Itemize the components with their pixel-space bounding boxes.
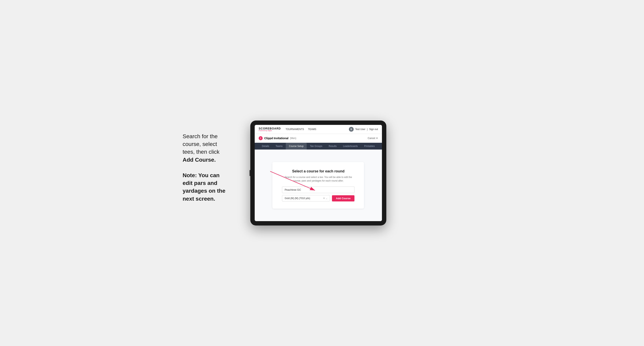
tab-course-setup[interactable]: Course Setup: [286, 143, 307, 150]
tab-teams[interactable]: Teams: [272, 143, 286, 150]
annotation-note2: edit pars and: [182, 179, 238, 187]
page-wrapper: Search for the course, select tees, then…: [182, 121, 462, 225]
course-search-input[interactable]: [282, 186, 354, 193]
tournament-subtitle: (Men): [290, 137, 296, 140]
sign-out-link[interactable]: Sign out: [369, 128, 378, 131]
tab-bar: Details Teams Course Setup Tee Groups Re…: [255, 143, 382, 150]
navbar-right: B Test User | Sign out: [349, 127, 378, 132]
content-area: Select a course for each round Search fo…: [255, 150, 382, 221]
annotation-line1: Search for the: [182, 133, 238, 140]
tab-results[interactable]: Results: [326, 143, 340, 150]
nav-tournaments[interactable]: TOURNAMENTS: [286, 128, 304, 131]
annotation-line3: tees, then click: [182, 148, 238, 156]
tab-tee-groups[interactable]: Tee Groups: [307, 143, 326, 150]
annotation-text: Search for the course, select tees, then…: [182, 121, 238, 203]
navbar-left: SCOREBOARD Powered by clippd TOURNAMENTS…: [259, 127, 316, 132]
annotation-note4: next screen.: [182, 195, 238, 203]
course-select-panel: Select a course for each round Search fo…: [272, 162, 364, 209]
user-name: Test User: [355, 128, 366, 131]
tab-printables[interactable]: Printables: [361, 143, 378, 150]
panel-description: Search for a course and select a tee. Yo…: [282, 175, 354, 182]
tee-select-row: Gold (M) (M) (7010 yds) ✕ ⌄ Add Course: [282, 195, 354, 201]
add-course-button[interactable]: Add Course: [332, 195, 355, 201]
tablet-screen: SCOREBOARD Powered by clippd TOURNAMENTS…: [255, 125, 382, 221]
panel-title: Select a course for each round: [282, 169, 354, 173]
tab-leaderboards[interactable]: Leaderboards: [340, 143, 361, 150]
tournament-header: C Clippd Invitational (Men) Cancel ✕: [255, 134, 382, 143]
tournament-name: Clippd Invitational: [264, 137, 288, 140]
user-separator: |: [367, 128, 368, 131]
tournament-icon: C: [259, 136, 263, 140]
tab-details[interactable]: Details: [259, 143, 272, 150]
tournament-title-area: C Clippd Invitational (Men): [259, 136, 296, 140]
annotation-cta: Add Course.: [182, 156, 238, 164]
logo-title: SCOREBOARD: [259, 127, 281, 130]
tablet-device: SCOREBOARD Powered by clippd TOURNAMENTS…: [250, 121, 386, 225]
chevron-down-icon[interactable]: ⌄: [326, 197, 328, 199]
logo-area: SCOREBOARD Powered by clippd: [259, 127, 281, 132]
power-button: [250, 170, 250, 176]
annotation-line2: course, select: [182, 140, 238, 148]
logo-subtitle: Powered by clippd: [259, 130, 281, 132]
annotation-note3: yardages on the: [182, 187, 238, 195]
user-avatar: B: [349, 127, 354, 132]
tee-select[interactable]: Gold (M) (M) (7010 yds) ✕ ⌄: [282, 195, 330, 201]
nav-links: TOURNAMENTS TEAMS: [286, 128, 316, 131]
tee-select-controls: ✕ ⌄: [323, 197, 328, 200]
annotation-note1: Note: You can: [182, 172, 238, 179]
clear-tee-icon[interactable]: ✕: [323, 197, 325, 200]
navbar: SCOREBOARD Powered by clippd TOURNAMENTS…: [255, 125, 382, 134]
cancel-button[interactable]: Cancel ✕: [368, 137, 378, 140]
nav-teams[interactable]: TEAMS: [308, 128, 316, 131]
tee-select-label: Gold (M) (M) (7010 yds): [284, 197, 310, 200]
